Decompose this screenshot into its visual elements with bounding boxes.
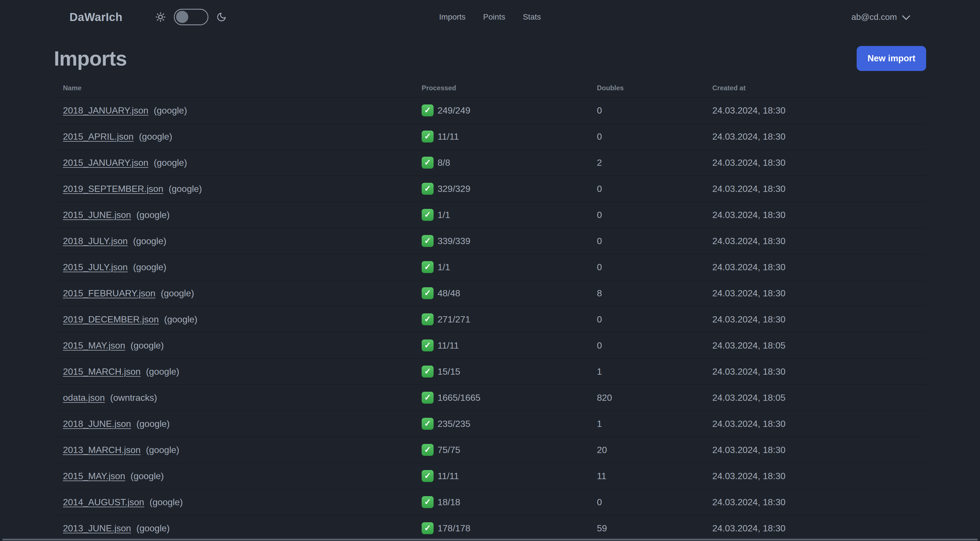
check-tick: ✓ <box>424 185 431 193</box>
column-header-processed: Processed <box>422 84 597 92</box>
theme-toggle-group <box>155 9 227 25</box>
import-file-link[interactable]: 2018_JUNE.json <box>63 419 131 429</box>
created-at: 24.03.2024, 18:30 <box>712 105 926 116</box>
processed-cell: ✓ 11/11 <box>422 340 597 351</box>
name-cell: 2015_JULY.json (google) <box>54 262 422 273</box>
doubles-count: 0 <box>597 210 712 220</box>
doubles-count: 0 <box>597 236 712 246</box>
nav-link-imports[interactable]: Imports <box>439 13 466 22</box>
processed-count: 48/48 <box>438 288 460 298</box>
imports-table: Name Processed Doubles Created at 2018_J… <box>54 79 926 541</box>
theme-toggle-switch[interactable] <box>174 9 208 25</box>
processed-cell: ✓ 1665/1665 <box>422 392 597 404</box>
table-row: 2015_MAY.json (google) ✓ 11/11 11 24.03.… <box>54 463 926 489</box>
name-cell: 2015_MAY.json (google) <box>54 340 422 351</box>
import-source-label: (google) <box>133 236 166 246</box>
import-source-label: (google) <box>146 366 179 377</box>
processed-cell: ✓ 235/235 <box>422 418 597 430</box>
table-row: 2015_JULY.json (google) ✓ 1/1 0 24.03.20… <box>54 254 926 281</box>
name-cell: 2018_JUNE.json (google) <box>54 419 422 429</box>
success-check-icon: ✓ <box>422 496 434 508</box>
name-cell: 2015_JUNE.json (google) <box>54 210 422 220</box>
horizontal-scrollbar[interactable] <box>2 539 978 541</box>
import-file-link[interactable]: odata.json <box>63 393 105 403</box>
import-file-link[interactable]: 2018_JANUARY.json <box>63 105 148 115</box>
import-file-link[interactable]: 2015_MAY.json <box>63 471 125 481</box>
import-source-label: (google) <box>150 497 183 507</box>
table-row: 2013_MARCH.json (google) ✓ 75/75 20 24.0… <box>54 437 926 463</box>
chevron-down-icon <box>902 12 910 20</box>
table-row: 2019_DECEMBER.json (google) ✓ 271/271 0 … <box>54 306 926 333</box>
processed-cell: ✓ 11/11 <box>422 131 597 142</box>
column-header-created-at: Created at <box>712 84 926 92</box>
created-at: 24.03.2024, 18:30 <box>712 131 926 142</box>
import-file-link[interactable]: 2015_FEBRUARY.json <box>63 288 155 298</box>
import-source-label: (google) <box>130 471 164 481</box>
table-row: 2015_MAY.json (google) ✓ 11/11 0 24.03.2… <box>54 333 926 359</box>
doubles-count: 0 <box>597 497 712 507</box>
processed-cell: ✓ 178/178 <box>422 522 597 534</box>
name-cell: 2015_JANUARY.json (google) <box>54 158 422 168</box>
new-import-button[interactable]: New import <box>857 46 926 71</box>
check-tick: ✓ <box>424 367 431 375</box>
table-row: 2015_APRIL.json (google) ✓ 11/11 0 24.03… <box>54 124 926 150</box>
toggle-knob <box>176 11 188 23</box>
success-check-icon: ✓ <box>422 261 434 273</box>
import-file-link[interactable]: 2019_SEPTEMBER.json <box>63 184 163 194</box>
table-row: 2018_JULY.json (google) ✓ 339/339 0 24.0… <box>54 228 926 254</box>
user-email: ab@cd.com <box>851 12 897 22</box>
import-source-label: (google) <box>154 158 187 168</box>
import-source-label: (google) <box>137 523 170 533</box>
import-file-link[interactable]: 2015_APRIL.json <box>63 131 134 142</box>
moon-icon <box>216 12 227 22</box>
created-at: 24.03.2024, 18:05 <box>712 393 926 403</box>
app-logo[interactable]: DaWarIch <box>70 11 123 24</box>
name-cell: 2013_JUNE.json (google) <box>54 523 422 534</box>
created-at: 24.03.2024, 18:30 <box>712 184 926 194</box>
import-source-label: (google) <box>137 210 170 220</box>
created-at: 24.03.2024, 18:30 <box>712 288 926 298</box>
import-file-link[interactable]: 2013_MARCH.json <box>63 445 141 455</box>
processed-count: 75/75 <box>438 445 460 455</box>
import-file-link[interactable]: 2014_AUGUST.json <box>63 497 144 507</box>
check-tick: ✓ <box>424 237 431 245</box>
check-tick: ✓ <box>424 106 431 114</box>
import-file-link[interactable]: 2015_JANUARY.json <box>63 158 148 168</box>
created-at: 24.03.2024, 18:30 <box>712 471 926 481</box>
import-file-link[interactable]: 2018_JULY.json <box>63 236 127 246</box>
import-file-link[interactable]: 2013_JUNE.json <box>63 523 131 533</box>
import-file-link[interactable]: 2015_MARCH.json <box>63 366 141 377</box>
table-row: 2015_JANUARY.json (google) ✓ 8/8 2 24.03… <box>54 150 926 176</box>
processed-cell: ✓ 271/271 <box>422 313 597 325</box>
import-file-link[interactable]: 2015_JULY.json <box>63 262 127 272</box>
processed-cell: ✓ 11/11 <box>422 470 597 482</box>
processed-cell: ✓ 329/329 <box>422 183 597 195</box>
success-check-icon: ✓ <box>422 522 434 534</box>
doubles-count: 1 <box>597 366 712 377</box>
check-tick: ✓ <box>424 524 431 532</box>
processed-count: 271/271 <box>438 314 471 325</box>
processed-count: 235/235 <box>438 419 471 429</box>
success-check-icon: ✓ <box>422 392 434 404</box>
import-file-link[interactable]: 2019_DECEMBER.json <box>63 314 159 324</box>
nav-link-stats[interactable]: Stats <box>523 13 541 22</box>
name-cell: 2018_JANUARY.json (google) <box>54 105 422 116</box>
table-row: 2013_JUNE.json (google) ✓ 178/178 59 24.… <box>54 515 926 541</box>
check-tick: ✓ <box>424 420 431 428</box>
table-row: 2015_JUNE.json (google) ✓ 1/1 0 24.03.20… <box>54 202 926 228</box>
created-at: 24.03.2024, 18:30 <box>712 523 926 534</box>
name-cell: 2014_AUGUST.json (google) <box>54 497 422 507</box>
user-menu[interactable]: ab@cd.com <box>851 12 909 22</box>
main-nav: Imports Points Stats <box>439 0 541 34</box>
table-row: odata.json (owntracks) ✓ 1665/1665 820 2… <box>54 385 926 411</box>
table-row: 2018_JUNE.json (google) ✓ 235/235 1 24.0… <box>54 411 926 437</box>
doubles-count: 820 <box>597 393 712 403</box>
page-title: Imports <box>54 47 127 70</box>
import-source-label: (google) <box>137 419 170 429</box>
nav-link-points[interactable]: Points <box>483 13 505 22</box>
import-file-link[interactable]: 2015_MAY.json <box>63 340 125 351</box>
processed-cell: ✓ 1/1 <box>422 261 597 273</box>
import-file-link[interactable]: 2015_JUNE.json <box>63 210 131 220</box>
doubles-count: 2 <box>597 158 712 168</box>
check-tick: ✓ <box>424 315 431 323</box>
